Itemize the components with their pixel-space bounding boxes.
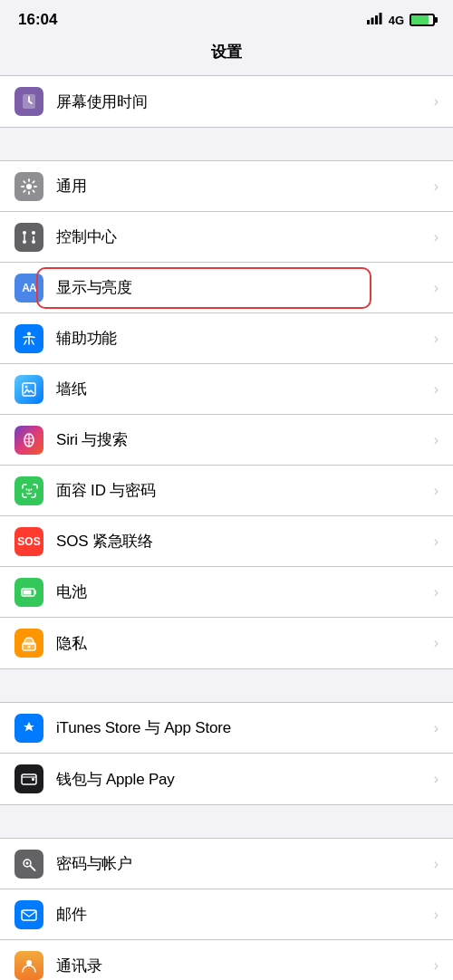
row-wallet[interactable]: 钱包与 Apple Pay › xyxy=(0,754,453,804)
chevron-icon: › xyxy=(434,635,439,651)
wallet-icon xyxy=(14,764,43,793)
faceid-icon xyxy=(14,476,43,505)
wallet-label: 钱包与 Apple Pay xyxy=(56,769,427,790)
chevron-icon: › xyxy=(434,720,439,736)
row-battery[interactable]: 电池 › xyxy=(0,567,453,618)
svg-point-22 xyxy=(28,646,31,649)
row-privacy[interactable]: 隐私 › xyxy=(0,618,453,668)
svg-rect-24 xyxy=(32,778,34,781)
chevron-icon: › xyxy=(434,533,439,550)
section-screen-time: 屏幕使用时间 › xyxy=(0,75,453,128)
contacts-label: 通讯录 xyxy=(56,956,427,976)
signal-icon xyxy=(367,13,383,27)
general-icon xyxy=(14,172,43,201)
faceid-label: 面容 ID 与密码 xyxy=(56,480,427,501)
chevron-icon: › xyxy=(434,957,439,974)
svg-point-27 xyxy=(26,861,29,864)
passwords-label: 密码与帐户 xyxy=(56,853,427,874)
svg-rect-0 xyxy=(367,20,370,24)
svg-rect-20 xyxy=(24,590,32,594)
control-center-label: 控制中心 xyxy=(56,226,427,247)
row-screen-time[interactable]: 屏幕使用时间 › xyxy=(0,76,453,127)
chevron-icon: › xyxy=(434,483,439,499)
svg-rect-1 xyxy=(371,18,373,25)
accessibility-icon xyxy=(14,324,43,353)
battery-label: 电池 xyxy=(56,581,427,602)
svg-point-13 xyxy=(25,385,28,388)
row-siri[interactable]: Siri 与搜索 › xyxy=(0,415,453,466)
chevron-icon: › xyxy=(434,584,439,600)
row-passwords[interactable]: 密码与帐户 › xyxy=(0,839,453,889)
mail-icon xyxy=(14,900,43,929)
chevron-icon: › xyxy=(434,432,439,448)
privacy-icon xyxy=(14,629,43,658)
chevron-icon: › xyxy=(434,280,439,296)
wallpaper-label: 墙纸 xyxy=(56,379,427,399)
mail-label: 邮件 xyxy=(56,904,427,925)
row-general[interactable]: 通用 › xyxy=(0,161,453,212)
chevron-icon: › xyxy=(434,178,439,195)
itunes-appstore-label: iTunes Store 与 App Store xyxy=(56,717,427,738)
chevron-icon: › xyxy=(434,856,439,872)
row-accessibility[interactable]: 辅助功能 › xyxy=(0,313,453,364)
status-bar: 16:04 4G xyxy=(0,0,453,34)
accessibility-label: 辅助功能 xyxy=(56,328,427,349)
network-label: 4G xyxy=(389,14,404,27)
appstore-icon xyxy=(14,714,43,743)
control-center-icon xyxy=(14,223,43,252)
passwords-icon xyxy=(14,850,43,879)
svg-rect-28 xyxy=(22,910,36,920)
svg-point-29 xyxy=(26,960,32,966)
page-title: 设置 xyxy=(0,34,453,75)
svg-point-17 xyxy=(31,488,33,490)
svg-rect-2 xyxy=(375,15,378,24)
sos-icon: SOS xyxy=(14,527,43,556)
section-accounts: 密码与帐户 › 邮件 › 通讯录 › xyxy=(0,838,453,980)
row-itunes-appstore[interactable]: iTunes Store 与 App Store › xyxy=(0,703,453,754)
svg-point-5 xyxy=(26,184,32,189)
row-wallpaper[interactable]: 墙纸 › xyxy=(0,364,453,415)
display-icon: AA xyxy=(14,274,43,303)
privacy-label: 隐私 xyxy=(56,633,427,654)
battery-status-icon xyxy=(410,14,435,26)
status-icons: 4G xyxy=(367,13,435,27)
row-control-center[interactable]: 控制中心 › xyxy=(0,212,453,263)
chevron-icon: › xyxy=(434,229,439,245)
screen-time-icon xyxy=(14,87,43,116)
chevron-icon: › xyxy=(434,331,439,347)
siri-icon xyxy=(14,426,43,455)
row-display[interactable]: AA 显示与亮度 › xyxy=(0,263,453,313)
row-sos[interactable]: SOS SOS 紧急联络 › xyxy=(0,516,453,567)
chevron-icon: › xyxy=(434,93,439,110)
chevron-icon: › xyxy=(434,771,439,787)
contacts-icon xyxy=(14,951,43,980)
section-store: iTunes Store 与 App Store › 钱包与 Apple Pay… xyxy=(0,702,453,805)
svg-point-7 xyxy=(32,231,35,235)
row-faceid[interactable]: 面容 ID 与密码 › xyxy=(0,466,453,516)
svg-point-6 xyxy=(23,231,26,235)
svg-point-16 xyxy=(26,488,28,490)
chevron-icon: › xyxy=(434,381,439,398)
battery-icon xyxy=(14,578,43,607)
display-label: 显示与亮度 xyxy=(56,277,427,298)
chevron-icon: › xyxy=(434,907,439,923)
row-contacts[interactable]: 通讯录 › xyxy=(0,940,453,980)
svg-point-9 xyxy=(32,240,35,244)
wallpaper-icon xyxy=(14,375,43,404)
screen-time-label: 屏幕使用时间 xyxy=(56,91,427,112)
status-time: 16:04 xyxy=(18,11,57,29)
siri-label: Siri 与搜索 xyxy=(56,429,427,450)
svg-rect-3 xyxy=(379,13,381,24)
row-mail[interactable]: 邮件 › xyxy=(0,889,453,940)
svg-point-12 xyxy=(27,331,31,335)
sos-label: SOS 紧急联络 xyxy=(56,531,427,552)
section-general: 通用 › 控制中心 › AA 显示与亮度 › xyxy=(0,160,453,669)
general-label: 通用 xyxy=(56,176,427,197)
svg-point-8 xyxy=(23,240,26,244)
